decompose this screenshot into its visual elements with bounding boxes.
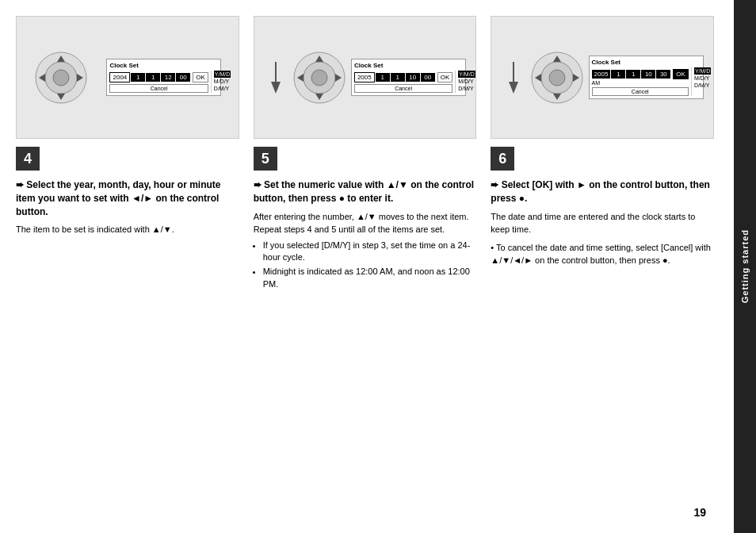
main-content: Clock Set 2004 1 1 12 00 OK Cancel [0, 0, 734, 533]
clock-fields-step6: 2005 1 1 10 30 OK AM Cancel [592, 67, 689, 96]
option-ymd-step4: Y/M/D [214, 71, 231, 78]
clock-m2-step4: 1 [146, 73, 160, 82]
arrow-icon-5: ➨ [254, 179, 262, 190]
step-body-text-4: The item to be set is indicated with ▲/▼… [16, 223, 239, 236]
sidebar-label: Getting started [740, 229, 750, 303]
clock-ui-step6: Clock Set 2005 1 1 10 30 OK AM [589, 56, 704, 99]
option-mdy-step6: M/D/Y [694, 75, 709, 81]
clock-am-step6: AM [592, 80, 689, 86]
clock-min-step5: 00 [421, 73, 435, 82]
screenshot-step4: Clock Set 2004 1 1 12 00 OK Cancel [16, 16, 239, 139]
arrow-down-step6 [502, 58, 525, 98]
clock-cancel-step5: Cancel [354, 84, 452, 93]
clock-m1-step4: 1 [131, 73, 145, 82]
step-body-4: The item to be set is indicated with ▲/▼… [16, 223, 239, 236]
clock-year-step5: 2005 [354, 72, 375, 82]
option-ymd-step5: Y/M/D [458, 71, 475, 78]
clock-m1-step6: 1 [611, 70, 625, 79]
clock-fields-step5: 2005 1 1 10 00 OK Cancel [354, 71, 452, 93]
step-badge-5: 5 [254, 147, 277, 171]
clock-cancel-step6: Cancel [592, 87, 689, 96]
clock-options-step6: Y/M/D M/D/Y D/M/Y [691, 67, 711, 96]
step-heading-5: ➨ Set the numeric value with ▲/▼ on the … [254, 178, 477, 205]
clock-ok-step4: OK [193, 72, 208, 82]
step-badge-4: 4 [16, 147, 40, 171]
svg-marker-17 [509, 82, 518, 94]
step-body-text-6: The date and time are entered and the cl… [491, 210, 714, 236]
columns-row: Clock Set 2004 1 1 12 00 OK Cancel [16, 16, 718, 293]
svg-marker-8 [271, 82, 281, 94]
clock-fields-step4: 2004 1 1 12 00 OK Cancel [109, 71, 208, 93]
clock-h-step6: 10 [641, 70, 655, 79]
clock-options-step4: Y/M/D M/D/Y D/M/Y [211, 71, 231, 93]
control-button-step4 [33, 50, 89, 105]
col-step5: Clock Set 2005 1 1 10 00 OK Cancel [254, 16, 477, 293]
clock-values-step5: 2005 1 1 10 00 OK [354, 72, 452, 82]
clock-values-step6: 2005 1 1 10 30 OK [592, 69, 689, 79]
step-bullets-5: If you selected [D/M/Y] in step 3, set t… [254, 240, 477, 291]
clock-body-step5: 2005 1 1 10 00 OK Cancel Y/M/D M/D/Y [354, 71, 463, 93]
option-dmy-step4: D/M/Y [214, 86, 229, 91]
option-ymd-step6: Y/M/D [694, 67, 711, 75]
screenshot-step5: Clock Set 2005 1 1 10 00 OK Cancel [254, 16, 477, 139]
clock-title-step5: Clock Set [354, 62, 463, 69]
step-body-text-5: After entering the number, ▲/▼ moves to … [254, 210, 477, 236]
clock-m2-step5: 1 [391, 73, 405, 82]
clock-year-step4: 2004 [109, 72, 130, 82]
step-badge-6: 6 [491, 147, 514, 171]
sidebar-tab: Getting started [734, 0, 756, 533]
arrow-icon-4: ➨ [16, 179, 24, 190]
clock-ok-step6: OK [673, 69, 689, 79]
clock-ok-step5: OK [437, 72, 453, 82]
clock-values-step4: 2004 1 1 12 00 OK [109, 72, 208, 82]
step-body-5: After entering the number, ▲/▼ moves to … [254, 210, 477, 291]
arrow-down-step5 [264, 58, 288, 98]
clock-body-step4: 2004 1 1 12 00 OK Cancel Y/M/D M/D/Y [109, 71, 218, 93]
svg-point-11 [311, 70, 327, 86]
option-dmy-step6: D/M/Y [694, 82, 709, 88]
control-button-step6 [529, 50, 585, 105]
clock-h-step5: 10 [406, 73, 420, 82]
screenshot-step6: Clock Set 2005 1 1 10 30 OK AM [491, 16, 714, 139]
clock-min-step4: 00 [176, 73, 190, 82]
clock-options-step5: Y/M/D M/D/Y D/M/Y [455, 71, 475, 93]
clock-m1-step5: 1 [376, 73, 390, 82]
svg-point-2 [53, 70, 69, 86]
step-heading-6: ➨ Select [OK] with ► on the control butt… [491, 178, 714, 205]
clock-body-step6: 2005 1 1 10 30 OK AM Cancel Y/M/D [592, 67, 701, 96]
clock-h-step4: 12 [161, 73, 175, 82]
clock-year-step6: 2005 [592, 70, 611, 79]
col-step4: Clock Set 2004 1 1 12 00 OK Cancel [16, 16, 239, 293]
bullet-5-1: Midnight is indicated as 12:00 AM, and n… [263, 266, 477, 290]
step-bullet-6: • To cancel the date and time setting, s… [491, 241, 714, 267]
clock-cancel-step4: Cancel [109, 84, 208, 93]
clock-min-step6: 30 [656, 70, 670, 79]
bullet-5-0: If you selected [D/M/Y] in step 3, set t… [263, 240, 477, 264]
option-mdy-step5: M/D/Y [458, 79, 473, 84]
svg-point-20 [549, 70, 565, 86]
arrow-down-svg-6 [502, 58, 525, 98]
clock-m2-step6: 1 [626, 70, 640, 79]
page-number: 19 [693, 506, 706, 519]
clock-title-step6: Clock Set [592, 59, 701, 66]
clock-ui-step4: Clock Set 2004 1 1 12 00 OK Cancel [106, 59, 221, 96]
step-body-6: The date and time are entered and the cl… [491, 210, 714, 267]
option-mdy-step4: M/D/Y [214, 79, 229, 84]
step-heading-4: ➨ Select the year, month, day, hour or m… [16, 178, 239, 218]
control-button-step5 [292, 50, 347, 105]
col-step6: Clock Set 2005 1 1 10 30 OK AM [491, 16, 718, 293]
clock-ui-step5: Clock Set 2005 1 1 10 00 OK Cancel [351, 59, 466, 96]
arrow-down-svg [264, 58, 288, 98]
option-dmy-step5: D/M/Y [458, 86, 473, 91]
arrow-icon-6: ➨ [491, 179, 498, 190]
clock-title-step4: Clock Set [109, 62, 218, 69]
